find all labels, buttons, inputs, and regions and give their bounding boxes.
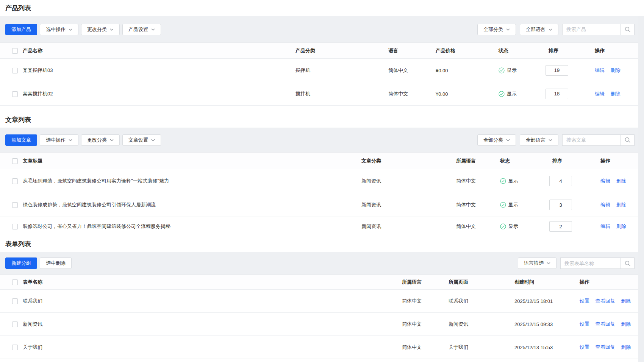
- row-checkbox[interactable]: [12, 178, 18, 184]
- product-category: 搅拌机: [295, 67, 310, 74]
- category-filter-dropdown[interactable]: 全部分类: [477, 134, 516, 146]
- chevron-down-icon: [69, 139, 72, 141]
- delete-link[interactable]: 删除: [621, 344, 631, 350]
- view-replies-link[interactable]: 查看回复: [596, 321, 615, 327]
- column-header: 创建时间: [514, 279, 534, 286]
- dropdown-label: 文章设置: [128, 137, 148, 144]
- products-table: 产品名称 产品分类 语言 产品价格 状态 排序 操作 某某搅拌机03 搅拌机 简…: [0, 42, 638, 106]
- page-right-margin: [638, 16, 644, 362]
- form-created-time: 2025/12/15 09:33: [514, 321, 553, 327]
- search-input[interactable]: [562, 134, 621, 146]
- language-filter-dropdown[interactable]: 全部语言: [520, 24, 558, 35]
- sort-cell: [549, 176, 572, 186]
- view-replies-link[interactable]: 查看回复: [596, 344, 615, 350]
- new-group-button[interactable]: 新建分组: [5, 257, 37, 269]
- edit-link[interactable]: 编辑: [600, 202, 610, 208]
- delete-link[interactable]: 删除: [611, 67, 621, 73]
- dropdown-label: 更改分类: [87, 137, 107, 144]
- form-page: 关于我们: [449, 344, 468, 351]
- column-header: 所属语言: [456, 158, 476, 164]
- category-filter-dropdown[interactable]: 全部分类: [477, 24, 516, 35]
- forms-table-header: 表单名称 所属语言 所属页面 创建时间 操作: [0, 275, 638, 290]
- column-header: 文章分类: [361, 158, 381, 164]
- select-all-checkbox[interactable]: [12, 48, 18, 54]
- view-replies-link[interactable]: 查看回复: [596, 298, 615, 304]
- row-checkbox[interactable]: [12, 91, 18, 97]
- product-name: 某某搅拌机02: [23, 90, 53, 97]
- select-all-checkbox[interactable]: [12, 158, 18, 164]
- delete-link[interactable]: 删除: [616, 178, 626, 184]
- article-settings-dropdown[interactable]: 文章设置: [122, 134, 161, 146]
- status-badge: 显示: [499, 90, 517, 97]
- sort-input[interactable]: [549, 200, 572, 210]
- checkbox-cell: [12, 202, 18, 208]
- chevron-down-icon: [151, 139, 155, 141]
- edit-link[interactable]: 编辑: [600, 223, 610, 229]
- product-price: ¥0.00: [436, 67, 448, 73]
- row-checkbox[interactable]: [12, 68, 18, 73]
- row-checkbox[interactable]: [12, 202, 18, 208]
- settings-link[interactable]: 设置: [580, 321, 589, 327]
- search-input[interactable]: [562, 24, 621, 35]
- content: 产品列表 添加产品 选中操作 更改分类 产品设置 全部分类 全部语言: [0, 0, 638, 359]
- row-checkbox[interactable]: [12, 345, 18, 350]
- checkbox-cell: [12, 90, 18, 97]
- checkbox-cell: [12, 178, 18, 184]
- add-product-button[interactable]: 添加产品: [5, 24, 37, 35]
- search-icon: [624, 260, 631, 267]
- delete-link[interactable]: 删除: [621, 298, 631, 304]
- settings-link[interactable]: 设置: [580, 298, 589, 304]
- form-language: 简体中文: [402, 298, 422, 304]
- change-category-dropdown[interactable]: 更改分类: [81, 134, 120, 146]
- language-filter-dropdown[interactable]: 全部语言: [520, 134, 558, 146]
- column-header: 产品分类: [295, 47, 315, 54]
- sort-input[interactable]: [546, 89, 568, 99]
- sort-input[interactable]: [549, 176, 572, 186]
- form-name: 新闻资讯: [23, 321, 42, 328]
- form-created-time: 2025/12/13 15:53: [514, 345, 553, 350]
- change-category-dropdown[interactable]: 更改分类: [81, 24, 120, 35]
- product-category: 搅拌机: [295, 90, 310, 97]
- article-title: 绿色装修成趋势，鼎筑空间建筑装修公司引领环保人居新潮流: [23, 201, 156, 208]
- settings-link[interactable]: 设置: [580, 344, 589, 350]
- chevron-down-icon: [547, 262, 550, 264]
- column-header: 排序: [552, 158, 562, 164]
- delete-link[interactable]: 删除: [616, 202, 626, 208]
- selected-actions-dropdown[interactable]: 选中操作: [40, 134, 78, 146]
- forms-toolbar: 新建分组 选中删除 语言筛选: [0, 252, 638, 275]
- article-title: 装修选对公司，省心又省力！鼎筑空间建筑装修公司全流程服务揭秘: [23, 223, 170, 230]
- search-input[interactable]: [560, 257, 621, 269]
- row-checkbox[interactable]: [12, 321, 18, 327]
- checkbox-cell: [12, 223, 18, 229]
- search-button[interactable]: [621, 134, 635, 146]
- edit-link[interactable]: 编辑: [600, 178, 610, 184]
- products-table-header: 产品名称 产品分类 语言 产品价格 状态 排序 操作: [0, 42, 638, 59]
- chevron-down-icon: [549, 28, 552, 31]
- sort-input[interactable]: [546, 65, 568, 76]
- search-button[interactable]: [621, 257, 635, 269]
- row-checkbox[interactable]: [12, 298, 18, 304]
- dropdown-label: 全部分类: [483, 26, 503, 33]
- selected-actions-dropdown[interactable]: 选中操作: [40, 24, 78, 35]
- products-filter-group: 全部分类 全部语言: [477, 24, 635, 35]
- edit-link[interactable]: 编辑: [595, 91, 605, 97]
- articles-filter-group: 全部分类 全部语言: [477, 134, 635, 146]
- table-row: 从毛坯到精装，鼎筑空间建筑装修公司用实力诠释"一站式装修"魅力 新闻资讯 简体中…: [0, 169, 638, 193]
- add-article-button[interactable]: 添加文章: [5, 134, 37, 146]
- delete-link[interactable]: 删除: [616, 223, 626, 229]
- product-name: 某某搅拌机03: [23, 67, 53, 74]
- check-circle-icon: [500, 202, 506, 208]
- column-header: 排序: [549, 47, 558, 54]
- delete-selected-button[interactable]: 选中删除: [40, 257, 72, 269]
- table-row: 装修选对公司，省心又省力！鼎筑空间建筑装修公司全流程服务揭秘 新闻资讯 简体中文…: [0, 217, 638, 236]
- language-filter-dropdown[interactable]: 语言筛选: [518, 257, 556, 269]
- sort-input[interactable]: [549, 221, 572, 232]
- delete-link[interactable]: 删除: [611, 91, 621, 97]
- form-page: 新闻资讯: [449, 321, 468, 328]
- row-checkbox[interactable]: [12, 224, 18, 229]
- delete-link[interactable]: 删除: [621, 321, 631, 327]
- product-settings-dropdown[interactable]: 产品设置: [122, 24, 161, 35]
- search-button[interactable]: [621, 24, 635, 35]
- edit-link[interactable]: 编辑: [595, 67, 605, 73]
- select-all-checkbox[interactable]: [12, 279, 18, 285]
